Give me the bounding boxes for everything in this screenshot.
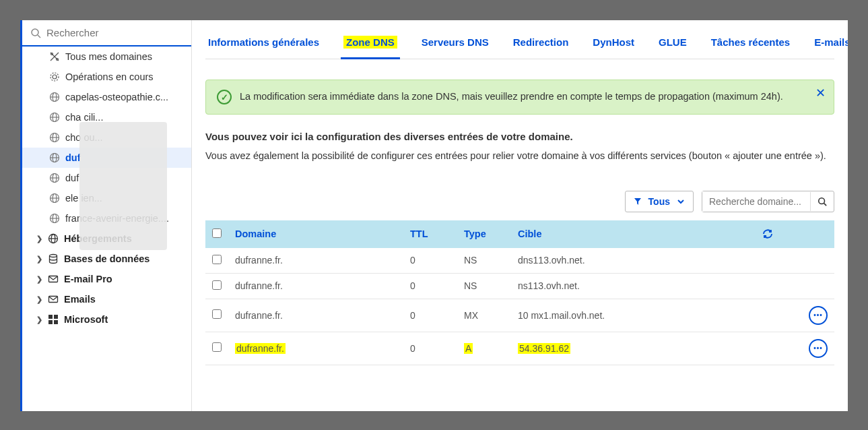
tree-label: Opérations en cours — [65, 71, 185, 82]
svg-line-40 — [824, 203, 827, 206]
refresh-icon[interactable] — [762, 228, 828, 239]
sidebar-section[interactable]: ❯Emails — [22, 289, 191, 309]
sidebar-item-domain[interactable]: capelas-osteopathie.c... — [22, 87, 191, 107]
tree-label: cha cili... — [65, 112, 185, 123]
chevron-right-icon: ❯ — [36, 235, 42, 243]
sidebar-item-operations[interactable]: Opérations en cours — [22, 67, 191, 87]
svg-rect-38 — [54, 320, 58, 324]
cell-ttl: 0 — [403, 332, 457, 365]
svg-point-0 — [32, 29, 38, 36]
table-row: dufranne.fr.0NSns113.ovh.net. — [205, 273, 834, 299]
globe-icon — [49, 193, 60, 204]
sidebar-section[interactable]: ❯Microsoft — [22, 309, 191, 330]
search-button[interactable] — [810, 192, 834, 211]
globe-icon — [49, 132, 60, 143]
sidebar-item-domain[interactable]: cha cili... — [22, 107, 191, 127]
gear-icon — [49, 71, 60, 82]
tree-label: Microsoft — [64, 314, 185, 325]
sidebar: Tous mes domaines Opérations en cours ca… — [22, 20, 192, 411]
tree-label: Tous mes domaines — [65, 51, 185, 62]
filter-icon — [634, 197, 642, 206]
tree-label: duf — [65, 152, 185, 163]
cell-domain: dufranne.fr. — [228, 273, 403, 299]
cell-target: 10 mx1.mail.ovh.net. — [511, 299, 756, 332]
cell-ttl: 0 — [403, 248, 457, 274]
cell-type: NS — [457, 273, 511, 299]
row-checkbox[interactable] — [212, 280, 222, 290]
chevron-right-icon: ❯ — [36, 315, 42, 324]
table-controls: Tous — [205, 191, 834, 212]
tabs-bar: Informations généralesZone DNSServeurs D… — [205, 20, 834, 59]
col-header-domain[interactable]: Domaine — [228, 220, 403, 248]
description-text: Vous avez également la possibilité de co… — [205, 149, 834, 164]
sidebar-item-domain[interactable]: duf — [22, 148, 191, 168]
close-icon[interactable]: ✕ — [815, 86, 826, 100]
sidebar-search[interactable] — [22, 20, 191, 47]
globe-icon — [49, 152, 60, 163]
row-actions-button[interactable]: ••• — [809, 306, 828, 325]
tab[interactable]: Serveurs DNS — [419, 32, 492, 59]
table-header-row: Domaine TTL Type Cible — [205, 220, 834, 248]
filter-dropdown[interactable]: Tous — [625, 191, 694, 212]
row-checkbox[interactable] — [212, 255, 222, 264]
tree-label: E-mail Pro — [64, 274, 185, 284]
sidebar-item-domain[interactable]: duf — [22, 168, 191, 188]
tab[interactable]: DynHost — [590, 32, 637, 59]
sidebar-item-domain[interactable]: ele ien... — [22, 188, 191, 208]
chevron-right-icon: ❯ — [36, 255, 42, 264]
tab[interactable]: GLUE — [656, 32, 690, 59]
section-icon — [48, 233, 59, 244]
select-all-checkbox[interactable] — [212, 228, 222, 238]
search-domain-input[interactable] — [702, 191, 810, 212]
sidebar-item-domain[interactable]: cho ou... — [22, 127, 191, 148]
tab[interactable]: Informations générales — [205, 32, 322, 59]
section-icon — [48, 294, 59, 305]
svg-point-7 — [51, 73, 59, 81]
tab[interactable]: Zone DNS — [341, 32, 400, 59]
sidebar-section[interactable]: ❯Bases de données — [22, 249, 191, 269]
tab[interactable]: Redirection — [510, 32, 572, 59]
tab[interactable]: Tâches récentes — [708, 32, 793, 59]
sidebar-section[interactable]: ❯Hébergements — [22, 228, 191, 249]
search-domain-box — [702, 191, 834, 212]
table-row: dufranne.fr.0NSdns113.ovh.net. — [205, 248, 834, 274]
filter-label: Tous — [648, 196, 670, 207]
table-row: dufranne.fr.0A54.36.91.62••• — [205, 332, 834, 365]
section-icon — [48, 274, 59, 284]
svg-rect-36 — [54, 315, 58, 319]
section-icon — [48, 314, 59, 325]
cell-actions — [756, 248, 834, 274]
globe-icon — [49, 92, 60, 102]
sidebar-tree: Tous mes domaines Opérations en cours ca… — [22, 47, 191, 411]
sidebar-item-all-domains[interactable]: Tous mes domaines — [22, 47, 191, 67]
svg-rect-35 — [48, 315, 53, 319]
sidebar-item-domain[interactable]: france-avenir-energie.... — [22, 208, 191, 228]
search-input[interactable] — [46, 27, 183, 38]
row-actions-button[interactable]: ••• — [809, 339, 828, 358]
cell-domain: dufranne.fr. — [228, 332, 403, 365]
sidebar-section[interactable]: ❯E-mail Pro — [22, 269, 191, 289]
tools-icon — [49, 51, 60, 62]
search-icon — [30, 28, 41, 38]
row-checkbox[interactable] — [212, 342, 222, 352]
cell-domain: dufranne.fr. — [228, 299, 403, 332]
row-checkbox[interactable] — [212, 309, 222, 319]
col-header-target[interactable]: Cible — [511, 220, 756, 248]
alert-success: ✓ La modification sera immédiate dans la… — [205, 80, 834, 115]
chevron-right-icon: ❯ — [36, 275, 42, 284]
cell-domain: dufranne.fr. — [228, 248, 403, 274]
col-header-type[interactable]: Type — [457, 220, 511, 248]
section-icon — [48, 253, 59, 264]
svg-point-39 — [819, 198, 825, 204]
cell-target: 54.36.91.62 — [511, 332, 756, 365]
tree-label: capelas-osteopathie.c... — [65, 92, 185, 102]
check-icon: ✓ — [217, 90, 232, 104]
tree-label: Emails — [64, 294, 185, 305]
tab[interactable]: E-mails et mai — [811, 32, 848, 59]
cell-actions: ••• — [756, 299, 834, 332]
chevron-right-icon: ❯ — [36, 295, 42, 304]
main-content: Informations généralesZone DNSServeurs D… — [192, 20, 848, 411]
alert-text: La modification sera immédiate dans la z… — [240, 90, 783, 104]
col-header-ttl[interactable]: TTL — [403, 220, 457, 248]
cell-actions: ••• — [756, 332, 834, 365]
